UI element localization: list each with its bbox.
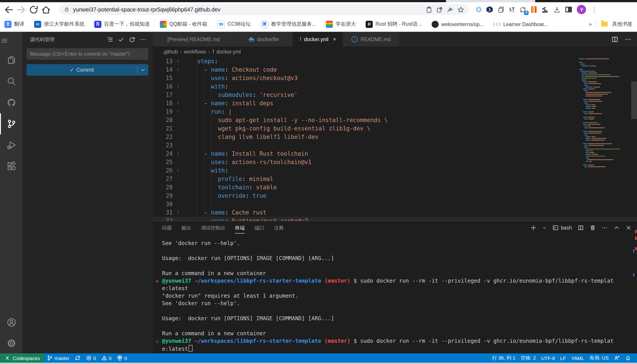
commit-message-input[interactable] (27, 48, 148, 60)
panel-tab-输出[interactable]: 输出 (181, 222, 191, 234)
copy-extension-icon[interactable] (498, 6, 505, 13)
side-panel-icon[interactable] (565, 7, 572, 12)
status-language-mode[interactable]: YAML (569, 354, 587, 363)
home-icon[interactable] (41, 4, 51, 15)
downloads-icon[interactable] (553, 6, 561, 13)
editor-more-icon[interactable] (624, 36, 632, 43)
tab-docker.yml[interactable]: !docker.yml× (293, 32, 343, 46)
bookmark-star-icon[interactable] (457, 6, 464, 13)
status-warning-count[interactable]: 0 (99, 354, 114, 363)
tab-readme.md[interactable]: iREADME.md (343, 32, 400, 46)
address-bar[interactable]: yunwei37-potential-space-trout-rpr5qwj66… (59, 4, 469, 15)
github-icon[interactable] (7, 98, 16, 108)
status-cursor-position[interactable]: 行 36, 列 1 (489, 354, 518, 363)
highlighter-extension-icon[interactable] (531, 6, 537, 13)
status-codespaces-remote-indicator[interactable]: Codespaces (0, 354, 44, 363)
search-icon[interactable] (7, 76, 16, 86)
tab-dockerfile[interactable]: dockerfile (235, 32, 293, 46)
code-line-20[interactable]: 20 sudo apt-get install -y --no-install-… (153, 116, 637, 124)
command-decoration-error[interactable]: ⊗ (156, 277, 158, 285)
code-line-26[interactable]: 26∨ with: (153, 166, 637, 175)
extensions-puzzle-icon[interactable] (542, 6, 549, 13)
reload-icon[interactable] (28, 4, 39, 15)
code-line-24[interactable]: 24∨ - name: Install Rust toolchain (153, 150, 637, 158)
forward-icon[interactable] (16, 4, 27, 15)
status-feedback[interactable] (611, 354, 622, 363)
clipboard-icon[interactable] (425, 6, 433, 13)
chevron-down-icon[interactable] (140, 67, 146, 72)
status-notifications[interactable] (622, 354, 633, 363)
languagetool-icon[interactable]: LT (509, 7, 515, 12)
fold-chevron[interactable]: ∨ (173, 82, 183, 91)
status-error-count[interactable]: 0 (83, 354, 99, 363)
commit-check-icon[interactable] (118, 36, 124, 43)
fold-chevron[interactable]: ∨ (173, 208, 183, 217)
editor-scrollbar[interactable] (631, 82, 637, 119)
code-line-27[interactable]: 27 profile: minimal (153, 175, 637, 183)
code-editor[interactable]: 13∨ steps:14∨ - name: Checkout code15 us… (153, 57, 637, 221)
more-actions-icon[interactable] (140, 36, 147, 43)
status-git-branch-status[interactable]: master (44, 354, 72, 363)
oval-extension-icon[interactable] (476, 7, 482, 12)
code-line-32[interactable]: 32 uses: Swatinem/rust-cache@v2 (153, 217, 637, 221)
share-icon[interactable] (447, 6, 454, 13)
menu-icon[interactable] (0, 32, 8, 50)
profile-avatar[interactable]: Y (577, 5, 586, 14)
bookmark-github[interactable]: weloveinterns/op... (432, 20, 484, 28)
code-line-30[interactable]: 30 (153, 200, 637, 208)
refresh-icon[interactable] (129, 36, 135, 43)
code-line-19[interactable]: 19∨ run: | (153, 108, 637, 116)
code-line-17[interactable]: 17 submodules: 'recursive' (153, 91, 637, 99)
fold-chevron[interactable]: ∨ (173, 150, 183, 158)
bookmark-xuezai-zju[interactable]: 学在浙大 (326, 20, 356, 28)
account-icon[interactable] (7, 318, 16, 327)
split-editor-icon[interactable] (611, 36, 618, 43)
terminal[interactable]: See 'docker run --help'.Usage: docker ru… (153, 234, 637, 354)
back-icon[interactable] (4, 4, 14, 15)
url-text[interactable]: yunwei37-potential-space-trout-rpr5qwj66… (73, 6, 422, 12)
close-panel-icon[interactable] (625, 225, 632, 231)
other-bookmarks[interactable]: 其他书签 (612, 21, 632, 28)
commit-button[interactable]: ✓Commit (27, 64, 148, 76)
extensions-icon[interactable] (7, 162, 16, 171)
code-line-25[interactable]: 25 uses: actions-rs/toolchain@v1 (153, 158, 637, 166)
status-ports-status[interactable]: 0 (114, 354, 130, 363)
status-keyboard-layout[interactable]: 布局: US (587, 354, 611, 363)
bookmark-zju-teaching[interactable]: 浙教学管理信息服务... (260, 20, 316, 28)
breadcrumb-item[interactable]: workflows (184, 49, 206, 54)
breadcrumb-item[interactable]: .github (162, 49, 178, 54)
terminal-instance[interactable]: bash (552, 225, 572, 231)
command-decoration-idle[interactable]: ○ (156, 338, 158, 345)
sync-extension-icon[interactable]: 0 (519, 6, 527, 13)
panel-tab-调试控制台[interactable]: 调试控制台 (201, 222, 225, 234)
bookmark-cc98[interactable]: 98CC98论坛 (217, 20, 251, 28)
fold-chevron[interactable]: ∨ (173, 108, 183, 116)
bookmarks-overflow-chevron[interactable]: » (589, 21, 592, 28)
view-list-icon[interactable] (107, 36, 113, 43)
code-line-13[interactable]: 13∨ steps: (153, 57, 637, 66)
panel-tab-问题[interactable]: 问题 (162, 222, 172, 234)
open-window-icon[interactable] (436, 6, 443, 13)
code-line-15[interactable]: 15 uses: actions/checkout@v3 (153, 74, 637, 82)
code-line-31[interactable]: 31∨ - name: Cache rust (153, 208, 637, 217)
code-line-14[interactable]: 14∨ - name: Checkout code (153, 66, 637, 74)
source-control-icon[interactable] (7, 119, 16, 129)
maximize-panel-icon[interactable] (613, 225, 620, 231)
code-extension-icon[interactable]: ❯ (486, 6, 493, 13)
fold-chevron[interactable]: ∨ (173, 57, 183, 66)
code-line-28[interactable]: 28 toolchain: stable (153, 183, 637, 192)
status-sync-status[interactable] (72, 354, 83, 363)
code-line-18[interactable]: 18∨ - name: install deps (153, 99, 637, 108)
terminal-picker-chevron[interactable] (542, 225, 547, 231)
status-encoding[interactable]: UTF-8 (538, 354, 557, 363)
split-terminal-icon[interactable] (578, 225, 584, 231)
minimap[interactable] (579, 58, 620, 168)
close-icon[interactable]: × (333, 36, 336, 42)
code-line-22[interactable]: 22 clang llvm libelf1 libelf-dev (153, 133, 637, 141)
run-debug-icon[interactable] (7, 140, 16, 150)
new-terminal-icon[interactable] (530, 225, 536, 231)
bookmark-qq-mail[interactable]: QQ邮箱 - 收件箱 (160, 20, 207, 28)
breadcrumb-item[interactable]: docker.yml (216, 49, 241, 54)
fold-chevron[interactable]: ∨ (173, 66, 183, 74)
settings-gear-icon[interactable] (7, 338, 16, 348)
